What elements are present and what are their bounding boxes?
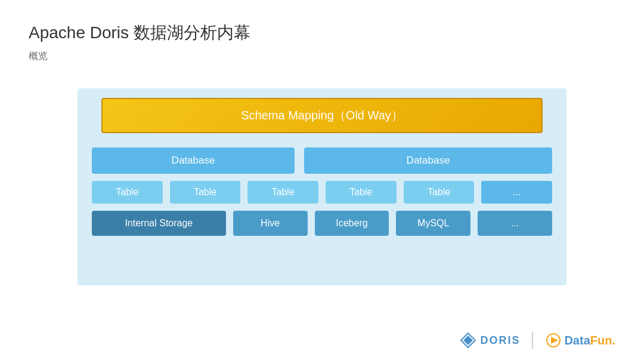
logo-divider (532, 332, 533, 349)
database-left: Database (92, 147, 295, 174)
databases-row: Database Database (87, 147, 557, 174)
source-dots: ... (478, 211, 552, 236)
table-box-4: Table (326, 181, 397, 204)
table-box-2: Table (170, 181, 241, 204)
diagram-container: Schema Mapping（Old Way） Database Databas… (78, 88, 566, 285)
source-iceberg: Iceberg (315, 211, 389, 236)
doris-text: DORIS (480, 334, 520, 347)
table-box-dots: ... (481, 181, 552, 204)
database-right: Database (304, 147, 552, 174)
tables-row: Table Table Table Table Table ... (87, 181, 557, 204)
doris-diamond-icon (460, 332, 476, 349)
page-title: Apache Doris 数据湖分析内幕 (29, 21, 250, 44)
doris-logo: DORIS (460, 332, 520, 349)
table-box-1: Table (92, 181, 163, 204)
table-box-3: Table (247, 181, 318, 204)
datafun-text: DataFun. (564, 334, 615, 347)
logo-area: DORIS DataFun. (460, 332, 615, 349)
svg-marker-3 (551, 337, 558, 344)
source-hive: Hive (233, 211, 308, 236)
page-subtitle: 概览 (29, 50, 48, 63)
datafun-icon (545, 332, 562, 349)
schema-mapping-bar: Schema Mapping（Old Way） (101, 98, 543, 133)
datafun-logo: DataFun. (545, 332, 615, 349)
sources-row: Internal Storage Hive Iceberg MySQL ... (87, 211, 557, 236)
source-mysql: MySQL (396, 211, 470, 236)
source-internal-storage: Internal Storage (92, 211, 226, 236)
table-box-5: Table (404, 181, 475, 204)
